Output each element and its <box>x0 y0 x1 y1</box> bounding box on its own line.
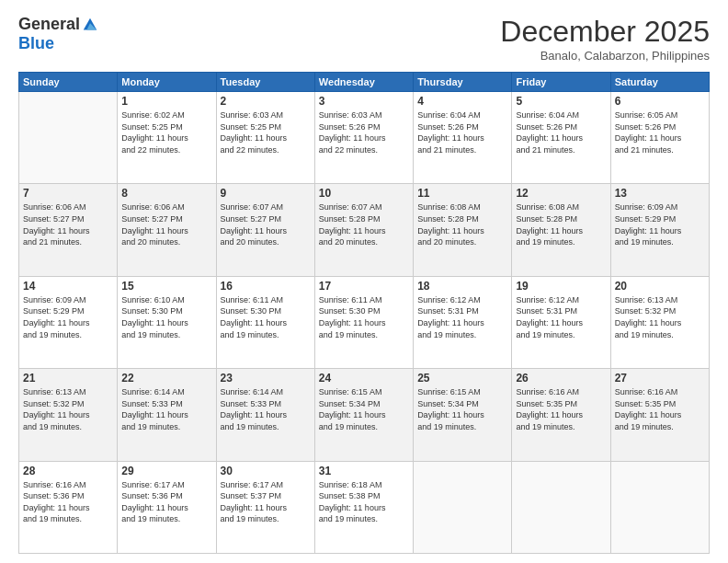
day-number: 23 <box>221 372 311 385</box>
table-row: 8Sunrise: 6:06 AM Sunset: 5:27 PM Daylig… <box>118 184 216 276</box>
table-row: 18Sunrise: 6:12 AM Sunset: 5:31 PM Dayli… <box>414 276 512 368</box>
logo-blue-text: Blue <box>18 34 54 53</box>
table-row: 28Sunrise: 6:16 AM Sunset: 5:36 PM Dayli… <box>19 461 118 553</box>
day-info: Sunrise: 6:02 AM Sunset: 5:25 PM Dayligh… <box>121 109 211 155</box>
day-info: Sunrise: 6:15 AM Sunset: 5:34 PM Dayligh… <box>319 386 409 432</box>
day-number: 18 <box>417 280 507 293</box>
calendar-week-row: 1Sunrise: 6:02 AM Sunset: 5:25 PM Daylig… <box>19 92 710 184</box>
logo: General Blue <box>18 15 98 53</box>
day-info: Sunrise: 6:10 AM Sunset: 5:30 PM Dayligh… <box>121 294 211 340</box>
table-row: 13Sunrise: 6:09 AM Sunset: 5:29 PM Dayli… <box>610 184 709 276</box>
table-row: 7Sunrise: 6:06 AM Sunset: 5:27 PM Daylig… <box>19 184 118 276</box>
day-info: Sunrise: 6:04 AM Sunset: 5:26 PM Dayligh… <box>417 109 507 155</box>
table-row: 10Sunrise: 6:07 AM Sunset: 5:28 PM Dayli… <box>314 184 413 276</box>
day-info: Sunrise: 6:08 AM Sunset: 5:28 PM Dayligh… <box>417 201 507 247</box>
table-row: 22Sunrise: 6:14 AM Sunset: 5:33 PM Dayli… <box>118 369 216 461</box>
day-number: 17 <box>319 280 409 293</box>
day-info: Sunrise: 6:13 AM Sunset: 5:32 PM Dayligh… <box>615 294 705 340</box>
table-row: 27Sunrise: 6:16 AM Sunset: 5:35 PM Dayli… <box>610 369 709 461</box>
table-row: 24Sunrise: 6:15 AM Sunset: 5:34 PM Dayli… <box>314 369 413 461</box>
day-number: 4 <box>417 95 507 108</box>
table-row: 12Sunrise: 6:08 AM Sunset: 5:28 PM Dayli… <box>512 184 610 276</box>
table-row: 3Sunrise: 6:03 AM Sunset: 5:26 PM Daylig… <box>314 92 413 184</box>
day-info: Sunrise: 6:15 AM Sunset: 5:34 PM Dayligh… <box>417 386 507 432</box>
col-sunday: Sunday <box>19 73 118 92</box>
table-row: 5Sunrise: 6:04 AM Sunset: 5:26 PM Daylig… <box>512 92 610 184</box>
table-row: 29Sunrise: 6:17 AM Sunset: 5:36 PM Dayli… <box>118 461 216 553</box>
day-number: 5 <box>516 95 606 108</box>
table-row: 4Sunrise: 6:04 AM Sunset: 5:26 PM Daylig… <box>414 92 512 184</box>
calendar-week-row: 28Sunrise: 6:16 AM Sunset: 5:36 PM Dayli… <box>19 461 710 553</box>
day-info: Sunrise: 6:17 AM Sunset: 5:36 PM Dayligh… <box>121 479 211 525</box>
calendar-table: Sunday Monday Tuesday Wednesday Thursday… <box>18 72 710 554</box>
day-number: 28 <box>23 465 113 477</box>
day-number: 10 <box>319 187 409 200</box>
table-row: 6Sunrise: 6:05 AM Sunset: 5:26 PM Daylig… <box>610 92 709 184</box>
col-monday: Monday <box>118 73 216 92</box>
page: General Blue December 2025 Banalo, Calab… <box>0 0 728 563</box>
day-info: Sunrise: 6:06 AM Sunset: 5:27 PM Dayligh… <box>23 201 113 247</box>
header: General Blue December 2025 Banalo, Calab… <box>18 15 710 63</box>
day-info: Sunrise: 6:16 AM Sunset: 5:35 PM Dayligh… <box>615 386 705 432</box>
col-tuesday: Tuesday <box>216 73 314 92</box>
table-row <box>610 461 709 553</box>
day-info: Sunrise: 6:12 AM Sunset: 5:31 PM Dayligh… <box>516 294 606 340</box>
col-thursday: Thursday <box>414 73 512 92</box>
day-number: 19 <box>516 280 606 293</box>
day-info: Sunrise: 6:08 AM Sunset: 5:28 PM Dayligh… <box>516 201 606 247</box>
calendar-week-row: 7Sunrise: 6:06 AM Sunset: 5:27 PM Daylig… <box>19 184 710 276</box>
day-number: 7 <box>23 187 113 200</box>
day-info: Sunrise: 6:04 AM Sunset: 5:26 PM Dayligh… <box>516 109 606 155</box>
day-number: 24 <box>319 372 409 385</box>
day-info: Sunrise: 6:18 AM Sunset: 5:38 PM Dayligh… <box>319 479 409 525</box>
month-title: December 2025 <box>500 15 710 49</box>
day-number: 20 <box>615 280 705 293</box>
day-number: 26 <box>516 372 606 385</box>
table-row: 1Sunrise: 6:02 AM Sunset: 5:25 PM Daylig… <box>118 92 216 184</box>
day-number: 12 <box>516 187 606 200</box>
day-number: 27 <box>615 372 705 385</box>
table-row: 14Sunrise: 6:09 AM Sunset: 5:29 PM Dayli… <box>19 276 118 368</box>
day-number: 31 <box>319 465 409 477</box>
day-number: 30 <box>221 465 311 477</box>
day-number: 11 <box>417 187 507 200</box>
day-info: Sunrise: 6:13 AM Sunset: 5:32 PM Dayligh… <box>23 386 113 432</box>
day-number: 9 <box>221 187 311 200</box>
day-info: Sunrise: 6:11 AM Sunset: 5:30 PM Dayligh… <box>221 294 311 340</box>
day-info: Sunrise: 6:05 AM Sunset: 5:26 PM Dayligh… <box>615 109 705 155</box>
day-info: Sunrise: 6:07 AM Sunset: 5:27 PM Dayligh… <box>221 201 311 247</box>
day-info: Sunrise: 6:14 AM Sunset: 5:33 PM Dayligh… <box>221 386 311 432</box>
table-row: 16Sunrise: 6:11 AM Sunset: 5:30 PM Dayli… <box>216 276 314 368</box>
day-info: Sunrise: 6:11 AM Sunset: 5:30 PM Dayligh… <box>319 294 409 340</box>
calendar-header-row: Sunday Monday Tuesday Wednesday Thursday… <box>19 73 710 92</box>
table-row <box>414 461 512 553</box>
col-friday: Friday <box>512 73 610 92</box>
day-number: 15 <box>121 280 211 293</box>
calendar-week-row: 14Sunrise: 6:09 AM Sunset: 5:29 PM Dayli… <box>19 276 710 368</box>
day-info: Sunrise: 6:16 AM Sunset: 5:35 PM Dayligh… <box>516 386 606 432</box>
col-wednesday: Wednesday <box>314 73 413 92</box>
table-row <box>19 92 118 184</box>
table-row: 11Sunrise: 6:08 AM Sunset: 5:28 PM Dayli… <box>414 184 512 276</box>
table-row: 17Sunrise: 6:11 AM Sunset: 5:30 PM Dayli… <box>314 276 413 368</box>
day-number: 2 <box>221 95 311 108</box>
day-number: 29 <box>121 465 211 477</box>
table-row: 20Sunrise: 6:13 AM Sunset: 5:32 PM Dayli… <box>610 276 709 368</box>
day-info: Sunrise: 6:14 AM Sunset: 5:33 PM Dayligh… <box>121 386 211 432</box>
table-row: 23Sunrise: 6:14 AM Sunset: 5:33 PM Dayli… <box>216 369 314 461</box>
table-row: 25Sunrise: 6:15 AM Sunset: 5:34 PM Dayli… <box>414 369 512 461</box>
day-number: 16 <box>221 280 311 293</box>
col-saturday: Saturday <box>610 73 709 92</box>
logo-general-text: General <box>18 15 80 34</box>
day-info: Sunrise: 6:03 AM Sunset: 5:26 PM Dayligh… <box>319 109 409 155</box>
day-number: 8 <box>121 187 211 200</box>
day-number: 6 <box>615 95 705 108</box>
day-info: Sunrise: 6:03 AM Sunset: 5:25 PM Dayligh… <box>221 109 311 155</box>
location: Banalo, Calabarzon, Philippines <box>500 49 710 63</box>
day-info: Sunrise: 6:06 AM Sunset: 5:27 PM Dayligh… <box>121 201 211 247</box>
day-info: Sunrise: 6:12 AM Sunset: 5:31 PM Dayligh… <box>417 294 507 340</box>
table-row <box>512 461 610 553</box>
day-number: 14 <box>23 280 113 293</box>
header-right: December 2025 Banalo, Calabarzon, Philip… <box>500 15 710 63</box>
table-row: 31Sunrise: 6:18 AM Sunset: 5:38 PM Dayli… <box>314 461 413 553</box>
